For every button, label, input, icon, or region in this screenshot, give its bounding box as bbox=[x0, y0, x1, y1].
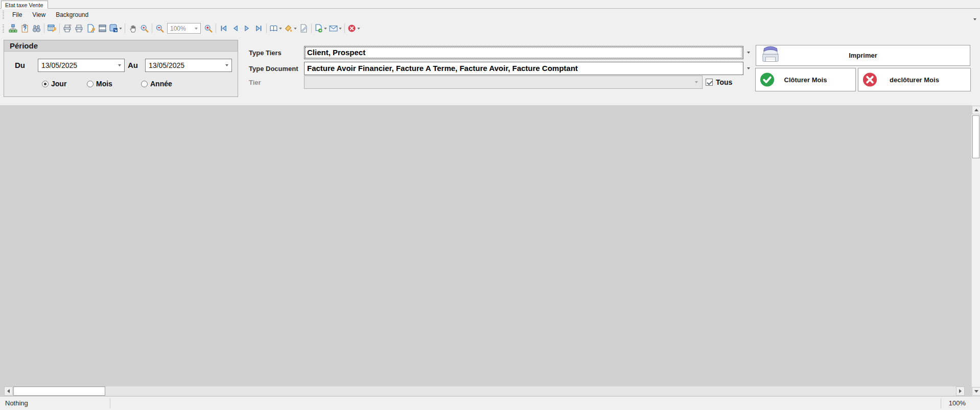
radio-annee-label: Année bbox=[150, 80, 172, 88]
scroll-right-button[interactable] bbox=[956, 387, 965, 396]
zoom-level-value: 100% bbox=[170, 25, 186, 32]
parameters-button[interactable]: ? bbox=[19, 22, 31, 34]
print-button[interactable]: ? bbox=[61, 22, 73, 34]
scroll-down-button[interactable] bbox=[972, 387, 980, 396]
last-page-button[interactable] bbox=[253, 22, 265, 34]
tous-checkbox[interactable] bbox=[706, 79, 713, 86]
customize-button[interactable] bbox=[46, 22, 58, 34]
radio-annee[interactable]: Année bbox=[141, 80, 172, 88]
header-footer-icon bbox=[98, 24, 107, 33]
chevron-down-icon bbox=[279, 28, 282, 30]
horizontal-scrollbar-thumb[interactable] bbox=[13, 387, 105, 396]
zoom-level-combo[interactable]: 100% bbox=[167, 23, 201, 34]
menu-file[interactable]: File bbox=[7, 10, 27, 20]
type-document-dropdown-button[interactable] bbox=[743, 62, 754, 75]
periode-title: Période bbox=[4, 40, 238, 52]
first-page-button[interactable] bbox=[218, 22, 229, 34]
radio-button-icon bbox=[42, 81, 49, 87]
filter-panel: Période Du 13/05/2025 Au 13/05/2025 Jour… bbox=[0, 36, 980, 105]
type-tiers-dropdown-button[interactable] bbox=[743, 46, 754, 59]
printer-icon bbox=[760, 46, 781, 65]
menubar-grip[interactable] bbox=[3, 11, 4, 19]
watermark-button[interactable] bbox=[298, 22, 310, 34]
exit-icon bbox=[347, 24, 356, 33]
scale-button[interactable] bbox=[108, 22, 123, 34]
chevron-down-icon bbox=[357, 28, 360, 30]
chevron-down-icon bbox=[294, 28, 296, 30]
status-zoom-value: 100% bbox=[949, 399, 966, 407]
horizontal-scrollbar[interactable] bbox=[4, 387, 965, 396]
page-setup-button[interactable] bbox=[85, 22, 97, 34]
toolbar-separator bbox=[266, 23, 267, 33]
date-au-value: 13/05/2025 bbox=[146, 61, 225, 69]
toolbar-separator bbox=[152, 23, 152, 33]
svg-text:?: ? bbox=[69, 24, 71, 28]
toolbar: ? ? 100% bbox=[0, 20, 980, 36]
status-bar: Nothing 100% bbox=[0, 396, 980, 410]
zoom-out-button[interactable] bbox=[154, 22, 166, 34]
x-circle-icon bbox=[862, 72, 878, 88]
periode-groupbox: Période Du 13/05/2025 Au 13/05/2025 Jour… bbox=[4, 40, 238, 97]
previous-page-button[interactable] bbox=[229, 22, 241, 34]
magnifier-icon bbox=[140, 24, 149, 33]
chevron-down-icon bbox=[324, 28, 326, 30]
hand-tool-button[interactable] bbox=[127, 22, 138, 34]
menu-bar: File View Background bbox=[0, 9, 980, 20]
send-email-icon bbox=[329, 24, 338, 33]
zoom-in-button[interactable] bbox=[202, 22, 214, 34]
last-page-icon bbox=[254, 24, 263, 33]
decloturer-mois-button[interactable]: declôturer Mois bbox=[858, 68, 971, 91]
quick-print-icon bbox=[75, 24, 83, 33]
menu-view[interactable]: View bbox=[27, 10, 51, 20]
chevron-down-icon bbox=[695, 81, 698, 83]
toolbar-separator bbox=[44, 23, 44, 33]
radio-mois[interactable]: Mois bbox=[87, 80, 112, 88]
exit-button[interactable] bbox=[346, 22, 361, 34]
magnifier-button[interactable] bbox=[138, 22, 150, 34]
radio-button-icon bbox=[87, 81, 94, 87]
multiple-pages-button[interactable] bbox=[268, 22, 283, 34]
type-tiers-combo[interactable]: Client, Prospect bbox=[304, 46, 754, 59]
vertical-scrollbar[interactable] bbox=[971, 105, 980, 396]
multiple-pages-icon bbox=[269, 24, 278, 33]
find-button[interactable] bbox=[31, 22, 42, 34]
document-map-button[interactable] bbox=[7, 22, 19, 34]
menu-background[interactable]: Background bbox=[51, 10, 94, 20]
cloturer-mois-button[interactable]: Clôturer Mois bbox=[755, 68, 856, 91]
check-circle-icon bbox=[759, 72, 775, 88]
header-footer-button[interactable] bbox=[97, 22, 108, 34]
vertical-scrollbar-thumb[interactable] bbox=[972, 115, 979, 158]
radio-button-icon bbox=[141, 81, 148, 87]
status-separator bbox=[110, 398, 110, 408]
next-page-button[interactable] bbox=[241, 22, 253, 34]
date-au-field[interactable]: 13/05/2025 bbox=[145, 59, 232, 72]
tier-combo bbox=[304, 76, 703, 89]
arrow-down-icon bbox=[974, 390, 978, 393]
first-page-icon bbox=[219, 24, 228, 33]
export-document-icon bbox=[314, 24, 323, 33]
type-document-value[interactable]: Facture Avoir Financier, Facture A Terme… bbox=[304, 62, 743, 75]
tab-title: Etat taxe Vente bbox=[5, 2, 43, 8]
chevron-down-icon[interactable] bbox=[118, 64, 121, 66]
tab-etat-taxe-vente[interactable]: Etat taxe Vente bbox=[1, 1, 48, 9]
page-color-icon bbox=[284, 24, 293, 33]
imprimer-button[interactable]: Imprimer bbox=[756, 45, 970, 66]
type-document-combo[interactable]: Facture Avoir Financier, Facture A Terme… bbox=[304, 62, 754, 75]
radio-mois-label: Mois bbox=[96, 80, 112, 88]
send-email-button[interactable] bbox=[328, 22, 343, 34]
preview-area bbox=[0, 105, 980, 396]
toolbar-separator bbox=[216, 23, 216, 33]
status-separator bbox=[941, 398, 941, 408]
export-document-button[interactable] bbox=[313, 22, 328, 34]
quick-print-button[interactable] bbox=[73, 22, 85, 34]
hand-tool-icon bbox=[128, 24, 137, 33]
scroll-left-button[interactable] bbox=[4, 387, 13, 396]
toolbar-grip[interactable] bbox=[3, 25, 4, 33]
date-du-field[interactable]: 13/05/2025 bbox=[38, 59, 125, 72]
radio-jour[interactable]: Jour bbox=[42, 80, 66, 88]
parameters-icon: ? bbox=[20, 24, 29, 33]
scroll-up-button[interactable] bbox=[972, 106, 980, 114]
type-tiers-value[interactable]: Client, Prospect bbox=[304, 46, 743, 59]
chevron-down-icon[interactable] bbox=[225, 64, 228, 66]
page-color-button[interactable] bbox=[283, 22, 298, 34]
